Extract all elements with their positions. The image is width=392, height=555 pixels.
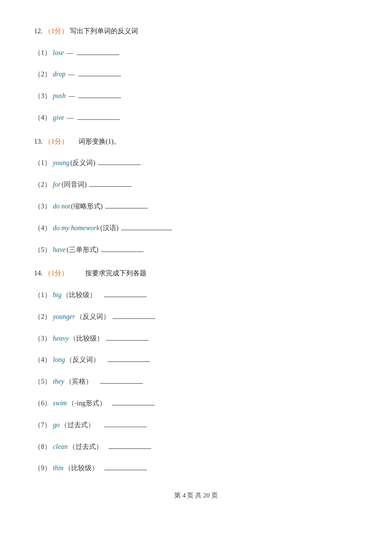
q13-1-hint: (反义词) [70,157,95,169]
q13-5-answer[interactable] [101,244,144,252]
page-content: 12. （1分） 写出下列单词的反义词 （1） lose — （2） drop … [34,26,358,500]
page-footer-text: 第 4 页 共 20 页 [174,492,217,499]
q14-1: （1） big （比较级） [34,289,358,301]
q14-8-spacer [104,441,107,453]
q14-2-hint: （反义词） [76,311,110,323]
q14-4-spacer [101,354,106,366]
q14-8: （8） clean （过去式） [34,441,358,453]
q12-2-label: （2） [34,68,51,81]
q14-7-spacer [95,419,102,431]
q13-5-label: （5） [34,244,51,256]
q14-2-label: （2） [34,311,51,323]
q13-3: （3） do not (缩略形式) [34,200,358,213]
q12-3-answer[interactable] [78,90,121,98]
q13-2-hint: (同音词) [62,179,87,191]
q12-2-dash: — [68,68,75,81]
section-12: 12. （1分） 写出下列单词的反义词 （1） lose — （2） drop … [34,26,358,124]
section-13-score: （1分） [44,138,68,145]
q14-9-answer[interactable] [104,462,147,470]
q13-1-answer[interactable] [98,157,141,165]
q14-4-label: （4） [34,354,51,366]
q14-6: （6） swim （-ing形式） [34,397,358,410]
section-14-number: 14. [34,269,43,277]
q14-1-spacer [97,289,102,301]
q14-3: （3） heavy （比较级） [34,332,358,345]
q14-7-word: go [53,419,60,431]
q14-8-answer[interactable] [109,441,151,449]
section-13: 13. （1分） 词形变换(1)。 （1） young (反义词) （2） fo… [34,136,358,256]
q13-4-answer[interactable] [121,223,172,230]
section-13-heading: 词形变换(1)。 [78,138,121,145]
q13-4: （4） do my homework (汉语) [34,222,358,234]
section-14-spacer [70,269,84,277]
q12-3-label: （3） [34,90,51,102]
q14-5-answer[interactable] [100,376,143,384]
q12-4-answer[interactable] [77,112,120,120]
q14-7-label: （7） [34,419,51,431]
q14-2: （2） younger （反义词） [34,311,358,323]
section-14: 14. （1分） 按要求完成下列各题 （1） big （比较级） （2） you… [34,268,358,474]
q14-2-answer[interactable] [112,311,155,319]
q12-1: （1） lose — [34,47,358,59]
section-14-score: （1分） [44,269,68,277]
q14-6-word: swim [53,397,67,410]
q14-5-word: they [53,376,64,388]
q12-3: （3） push — [34,90,358,102]
q12-1-dash: — [66,47,73,59]
q14-6-hint: （-ing形式） [68,397,106,410]
q12-1-answer[interactable] [77,47,119,55]
section-14-heading: 按要求完成下列各题 [85,269,147,277]
q14-3-answer[interactable] [106,333,149,341]
q13-1-word: young [53,157,69,169]
section-13-number: 13. [34,138,43,145]
q12-4-dash: — [67,112,74,124]
q12-4-word: give [53,112,64,124]
q14-6-answer[interactable] [112,398,155,405]
q14-5-hint: （宾格） [65,376,92,388]
q14-1-word: big [53,289,61,301]
q14-5: （5） they （宾格） [34,376,358,388]
q13-5-word: have [53,244,66,256]
q14-1-answer[interactable] [104,289,147,297]
q14-7-answer[interactable] [104,419,147,427]
q12-1-word: lose [53,47,64,59]
section-13-title: 13. （1分） 词形变换(1)。 [34,136,358,147]
q13-3-answer[interactable] [105,201,148,208]
section-14-title: 14. （1分） 按要求完成下列各题 [34,268,358,279]
q14-5-spacer [93,376,98,388]
section-12-number: 12. [34,27,43,35]
q14-1-hint: （比较级） [62,289,96,301]
q14-9-label: （9） [34,462,51,474]
q13-2-answer[interactable] [89,179,132,187]
q14-2-word: younger [53,311,75,323]
q12-4-label: （4） [34,112,51,124]
section-12-score: （1分） [44,27,68,35]
q13-1: （1） young (反义词) [34,157,358,169]
section-13-spacer [70,138,77,145]
q14-9-word: thin [53,462,63,474]
q13-2-word: for [53,179,61,191]
q12-2-answer[interactable] [78,69,121,76]
q13-1-label: （1） [34,157,51,169]
q13-4-word: do my homework [53,222,99,234]
q14-5-label: （5） [34,376,51,388]
q13-3-label: （3） [34,200,51,213]
q14-7: （7） go （过去式） [34,419,358,431]
q12-2: （2） drop — [34,68,358,81]
q14-9-spacer [99,462,103,474]
q13-2: （2） for (同音词) [34,179,358,191]
q13-5: （5） have (三单形式) [34,244,358,256]
page-footer: 第 4 页 共 20 页 [34,491,358,500]
q14-3-label: （3） [34,332,51,345]
q12-3-word: push [53,90,66,102]
q14-4-answer[interactable] [107,354,150,362]
q13-4-hint: (汉语) [100,222,118,234]
q14-3-word: heavy [53,332,69,345]
q13-4-label: （4） [34,222,51,234]
q12-1-label: （1） [34,47,51,59]
q14-6-label: （6） [34,397,51,410]
q13-3-word: do not [53,200,70,213]
q13-5-hint: (三单形式) [66,244,98,256]
q12-4: （4） give — [34,112,358,124]
q12-3-dash: — [68,90,75,102]
